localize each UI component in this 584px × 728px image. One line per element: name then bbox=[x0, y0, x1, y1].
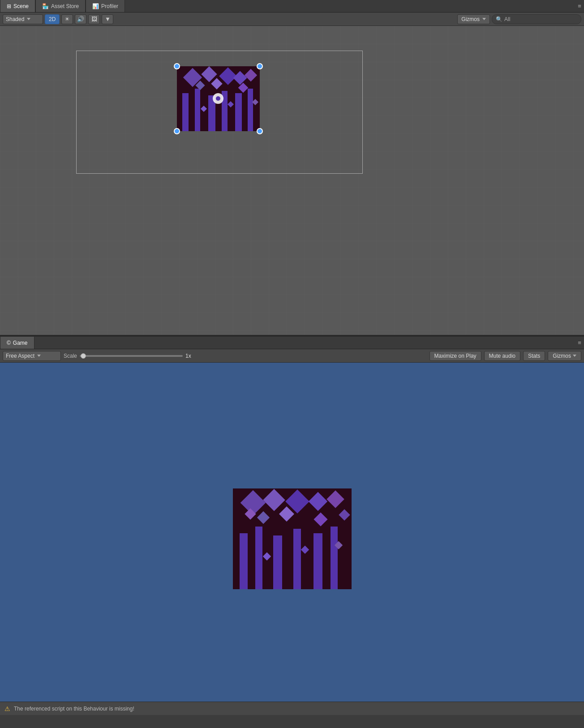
svg-rect-27 bbox=[240, 533, 248, 589]
fx-button[interactable]: 🖼 bbox=[88, 14, 100, 24]
scale-slider[interactable] bbox=[80, 355, 183, 357]
profiler-icon: 📊 bbox=[92, 3, 99, 9]
search-box[interactable]: 🔍 All bbox=[492, 14, 581, 24]
game-tab-icon: © bbox=[7, 340, 11, 346]
game-sprite-svg bbox=[233, 488, 352, 589]
gizmos-arrow bbox=[482, 18, 486, 20]
stats-button[interactable]: Stats bbox=[523, 351, 545, 361]
svg-point-20 bbox=[216, 96, 220, 101]
scale-thumb[interactable] bbox=[81, 353, 86, 359]
mute-audio-button[interactable]: Mute audio bbox=[484, 351, 520, 361]
scale-container: Scale 1x bbox=[64, 353, 427, 359]
sun-icon: ☀ bbox=[64, 16, 70, 22]
asset-store-icon: 🏪 bbox=[42, 3, 49, 9]
audio-button[interactable]: 🔊 bbox=[75, 14, 86, 24]
2d-button[interactable]: 2D bbox=[45, 14, 60, 24]
scene-viewport bbox=[0, 26, 584, 335]
tab-game[interactable]: © Game bbox=[0, 337, 34, 349]
profiler-label: Profiler bbox=[101, 3, 118, 9]
maximize-on-play-button[interactable]: Maximize on Play bbox=[429, 351, 481, 361]
svg-rect-12 bbox=[248, 89, 253, 131]
svg-rect-7 bbox=[182, 93, 189, 131]
svg-rect-30 bbox=[293, 529, 301, 589]
gizmos-button[interactable]: Gizmos bbox=[457, 14, 490, 24]
scene-tab-bar: ⊞ Scene 🏪 Asset Store 📊 Profiler ≡ bbox=[0, 0, 584, 13]
svg-rect-11 bbox=[235, 93, 242, 131]
more-icon: ▼ bbox=[105, 16, 111, 22]
svg-rect-8 bbox=[195, 89, 200, 131]
scale-label: Scale bbox=[64, 353, 77, 359]
gizmos-game-button[interactable]: Gizmos bbox=[548, 351, 581, 361]
scale-value: 1x bbox=[185, 353, 191, 359]
light-button[interactable]: ☀ bbox=[61, 14, 73, 24]
shading-dropdown-arrow bbox=[27, 18, 30, 20]
handle-top-right[interactable] bbox=[257, 63, 263, 69]
shading-dropdown[interactable]: Shaded bbox=[3, 14, 43, 24]
tab-profiler[interactable]: 📊 Profiler bbox=[86, 0, 125, 12]
free-aspect-dropdown[interactable]: Free Aspect bbox=[3, 351, 61, 361]
scene-tab-icon: ⊞ bbox=[7, 3, 11, 9]
handle-bottom-left[interactable] bbox=[174, 128, 180, 134]
game-tab-bar: © Game ≡ bbox=[0, 337, 584, 349]
svg-rect-32 bbox=[331, 527, 338, 589]
handle-top-left[interactable] bbox=[174, 63, 180, 69]
free-aspect-label: Free Aspect bbox=[6, 353, 34, 359]
search-icon: 🔍 bbox=[496, 16, 502, 22]
handle-bottom-right[interactable] bbox=[257, 128, 263, 134]
scene-tab-label: Scene bbox=[13, 3, 29, 9]
svg-rect-28 bbox=[255, 527, 262, 589]
game-tab-label: Game bbox=[13, 340, 28, 346]
image-icon: 🖼 bbox=[91, 16, 97, 22]
selected-game-object[interactable] bbox=[177, 66, 260, 131]
status-bar: ⚠ The referenced script on this Behaviou… bbox=[0, 702, 584, 715]
game-viewport: ⚠ The referenced script on this Behaviou… bbox=[0, 363, 584, 715]
status-message: The referenced script on this Behaviour … bbox=[14, 706, 134, 712]
svg-rect-31 bbox=[313, 533, 322, 589]
warning-icon: ⚠ bbox=[4, 705, 10, 712]
free-aspect-arrow bbox=[37, 355, 41, 357]
asset-store-label: Asset Store bbox=[51, 3, 79, 9]
tab-menu-button[interactable]: ≡ bbox=[575, 0, 584, 13]
game-tab-menu-button[interactable]: ≡ bbox=[575, 337, 584, 349]
game-toolbar: Free Aspect Scale 1x Maximize on Play Mu… bbox=[0, 349, 584, 363]
svg-rect-29 bbox=[273, 535, 282, 589]
tab-asset-store[interactable]: 🏪 Asset Store bbox=[35, 0, 86, 12]
search-label: All bbox=[504, 16, 510, 22]
audio-icon: 🔊 bbox=[77, 16, 84, 22]
more-button[interactable]: ▼ bbox=[102, 14, 113, 24]
scene-sprite-svg bbox=[177, 66, 260, 131]
gizmos-game-arrow bbox=[573, 355, 576, 357]
game-sprite-container bbox=[233, 488, 352, 589]
scene-toolbar: Shaded 2D ☀ 🔊 🖼 ▼ Gizmos 🔍 All bbox=[0, 13, 584, 26]
tab-scene[interactable]: ⊞ Scene bbox=[0, 0, 35, 12]
